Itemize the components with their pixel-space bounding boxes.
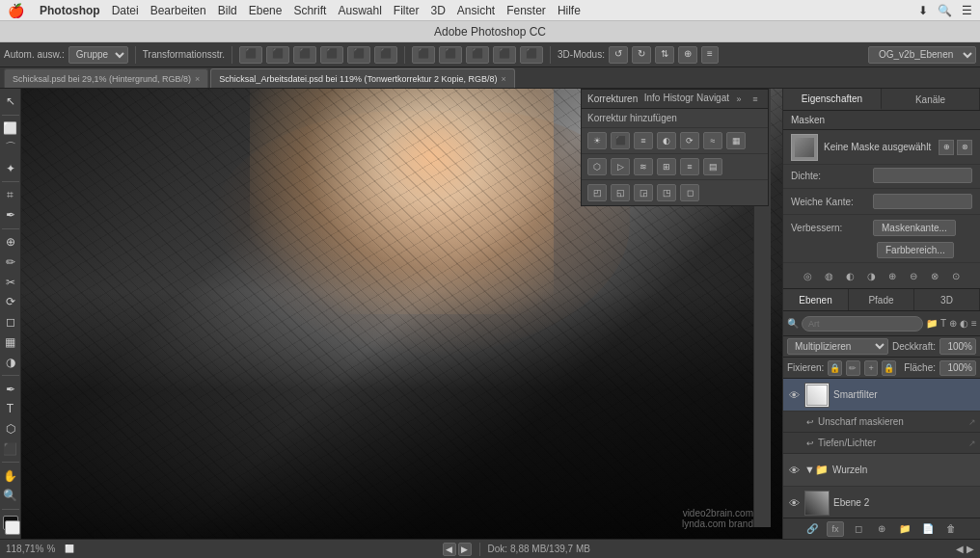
layers-search-input[interactable] — [802, 316, 923, 332]
layers-tab-3d[interactable]: 3D — [914, 289, 980, 310]
tab-arbeitsdatei[interactable]: Schicksal_Arbeitsdatei.psd bei 119% (Ton… — [210, 68, 514, 88]
menu-filter[interactable]: Filter — [394, 4, 420, 17]
tab-schicksal[interactable]: Schicksal.psd bei 29,1% (Hintergrund, RG… — [4, 68, 208, 88]
align-btn-5[interactable]: ⬛ — [347, 46, 370, 64]
corr-histogr-tab[interactable]: Histogr — [663, 93, 694, 106]
layers-icon-3[interactable]: ◐ — [960, 315, 968, 332]
mode-btn-4[interactable]: ⊕ — [678, 46, 697, 64]
tool-lasso[interactable]: ⌒ — [1, 140, 20, 158]
deckkraft-input[interactable] — [939, 338, 976, 355]
corr-icon-threshold[interactable]: ▤ — [703, 158, 722, 175]
corr-icon-grad-map[interactable]: ◰ — [587, 184, 607, 201]
layer-ebene2[interactable]: 👁 Ebene 2 — [783, 487, 980, 518]
corr-icon-colorbalance[interactable]: ▦ — [726, 132, 746, 149]
align-btn-6[interactable]: ⬛ — [374, 46, 397, 64]
farbbereich-button[interactable]: Farbbereich... — [877, 242, 954, 258]
tool-dodge[interactable]: ◑ — [1, 353, 20, 371]
mode-btn-1[interactable]: ↺ — [609, 46, 628, 64]
app-name[interactable]: Photoshop — [40, 4, 100, 17]
corr-icon-exposure[interactable]: ◐ — [657, 132, 676, 149]
menu-auswahl[interactable]: Auswahl — [338, 4, 381, 17]
tool-path[interactable]: ⬡ — [1, 420, 20, 438]
props-icon-5[interactable]: ⊕ — [884, 267, 901, 284]
canvas-area[interactable]: video2brain.comlynda.com brand Korrektur… — [21, 89, 782, 539]
menu-ebene[interactable]: Ebene — [249, 4, 283, 17]
corr-info-tab[interactable]: Info — [644, 93, 661, 106]
layers-icon-4[interactable]: ≡ — [971, 315, 977, 332]
status-arrow-left[interactable]: ◀ — [956, 544, 964, 554]
tool-bg-color[interactable] — [5, 520, 20, 535]
tool-brush[interactable]: ✏ — [1, 252, 20, 271]
mask-action-2[interactable]: ⊗ — [957, 140, 972, 155]
corr-icon-brightness[interactable]: ☀ — [587, 132, 607, 149]
tool-eyedrop[interactable]: ✒ — [1, 206, 20, 225]
weiche-kante-input[interactable] — [873, 194, 972, 209]
layers-new-btn[interactable]: 📄 — [919, 521, 937, 537]
corr-icon-photo[interactable]: ▷ — [611, 158, 630, 175]
distribute-btn-1[interactable]: ⬛ — [412, 46, 435, 64]
tool-pen[interactable]: ✒ — [1, 380, 20, 398]
distribute-btn-3[interactable]: ⬛ — [466, 46, 489, 64]
distribute-btn-5[interactable]: ⬛ — [520, 46, 543, 64]
download-icon[interactable]: ⬇ — [918, 4, 928, 17]
layers-delete-btn[interactable]: 🗑 — [942, 521, 960, 537]
distribute-btn-4[interactable]: ⬛ — [493, 46, 516, 64]
layer-eye-wurzeln[interactable]: 👁 — [787, 464, 801, 477]
tool-history[interactable]: ⟳ — [1, 293, 20, 311]
mode-btn-5[interactable]: ≡ — [701, 46, 719, 64]
tool-move[interactable]: ↖ — [1, 93, 20, 111]
menu-fenster[interactable]: Fenster — [506, 4, 546, 17]
layers-tab-pfade[interactable]: Pfade — [849, 289, 914, 310]
tab-eigenschaften[interactable]: Eigenschaften — [783, 89, 882, 110]
corr-icon-selective[interactable]: ◱ — [611, 184, 630, 201]
align-btn-4[interactable]: ⬛ — [320, 46, 343, 64]
layer-smartfilter[interactable]: 👁 Smartfilter — [783, 379, 980, 412]
tab-close-1[interactable]: × — [195, 74, 200, 84]
layers-link-btn[interactable]: 🔗 — [803, 521, 821, 537]
corr-icon-curves[interactable]: ≡ — [634, 132, 653, 149]
layers-mask-btn[interactable]: ◻ — [850, 521, 867, 537]
props-icon-6[interactable]: ⊖ — [905, 267, 922, 284]
corr-icon-gradient[interactable]: ◳ — [657, 184, 676, 201]
fixieren-icon-2[interactable]: ✏ — [846, 360, 860, 376]
menu-bearbeiten[interactable]: Bearbeiten — [150, 4, 206, 17]
layers-new-group-icon[interactable]: 📁 — [926, 315, 938, 332]
tool-marquee[interactable]: ⬜ — [1, 120, 20, 138]
tool-healing[interactable]: ⊕ — [1, 233, 20, 252]
corr-icon-pattern[interactable]: ◻ — [680, 184, 699, 201]
menu-extra-icon[interactable]: ☰ — [962, 4, 972, 17]
tool-zoom[interactable]: 🔍 — [1, 487, 20, 505]
props-icon-3[interactable]: ◐ — [841, 267, 858, 284]
align-btn-3[interactable]: ⬛ — [293, 46, 316, 64]
tab-kanaele[interactable]: Kanäle — [882, 89, 980, 110]
layers-tab-ebenen[interactable]: Ebenen — [783, 289, 849, 310]
corr-panel-arrow[interactable]: » — [732, 93, 746, 106]
maskenkante-button[interactable]: Maskenkante... — [873, 220, 956, 236]
distribute-btn-2[interactable]: ⬛ — [439, 46, 462, 64]
nav-next[interactable]: ▶ — [458, 543, 472, 556]
menu-bild[interactable]: Bild — [218, 4, 237, 17]
align-btn-2[interactable]: ⬛ — [266, 46, 289, 64]
mode-btn-2[interactable]: ↻ — [632, 46, 651, 64]
props-icon-8[interactable]: ⊙ — [947, 267, 965, 284]
menu-datei[interactable]: Datei — [112, 4, 139, 17]
blend-mode-dropdown[interactable]: Multiplizieren — [787, 338, 888, 355]
tool-text[interactable]: T — [1, 400, 20, 418]
tool-wand[interactable]: ✦ — [1, 159, 20, 177]
props-icon-2[interactable]: ◍ — [820, 267, 837, 284]
layer-eye-smartfilter[interactable]: 👁 — [787, 388, 801, 402]
menu-3d[interactable]: 3D — [430, 4, 445, 17]
props-icon-4[interactable]: ◑ — [862, 267, 880, 284]
corr-panel-menu[interactable]: ≡ — [749, 93, 762, 106]
layer-tiefen[interactable]: ↩ Tiefen/Lichter ↗ — [783, 433, 980, 454]
fixieren-icon-1[interactable]: 🔒 — [828, 360, 842, 376]
status-arrow-right[interactable]: ▶ — [966, 544, 974, 554]
tab-close-2[interactable]: × — [502, 74, 506, 84]
nav-prev[interactable]: ◀ — [443, 543, 456, 556]
mode-btn-3[interactable]: ⇅ — [655, 46, 674, 64]
align-btn-1[interactable]: ⬛ — [239, 46, 262, 64]
group-dropdown[interactable]: Gruppe — [68, 46, 128, 64]
mask-action-1[interactable]: ⊕ — [939, 140, 954, 155]
file-dropdown[interactable]: OG_v2b_Ebenen — [868, 46, 976, 64]
tool-gradient[interactable]: ▦ — [1, 333, 20, 352]
